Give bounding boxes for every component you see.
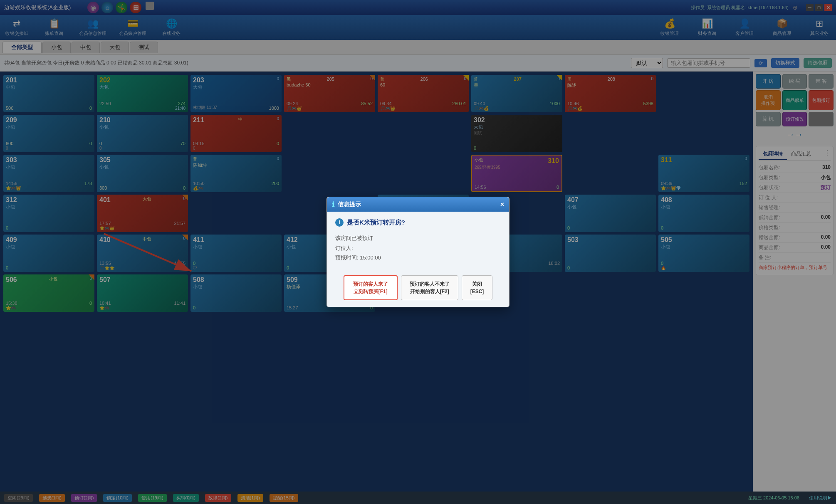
modal-question-row: i 是否K米预订转开房? — [335, 218, 501, 227]
modal-detail-1: 该房间已被预订 订位人: 预抵时间: 15:00:00 — [335, 232, 501, 264]
modal-btn-close[interactable]: 关闭[ESC] — [462, 275, 493, 300]
modal-btn-checkin[interactable]: 预订的客人来了立刻转预买[F1] — [344, 275, 398, 300]
modal-body: i 是否K米预订转开房? 该房间已被预订 订位人: 预抵时间: 15:00:00 — [327, 212, 509, 271]
modal-btn-other-guest[interactable]: 预订的客人不来了开给别的客人[F2] — [401, 275, 458, 300]
modal-dialog: ℹ 信息提示 × i 是否K米预订转开房? 该房间已被预订 订位人: 预抵时间:… — [326, 197, 510, 307]
modal-question: 是否K米预订转开房? — [347, 219, 405, 227]
modal-overlay: ℹ 信息提示 × i 是否K米预订转开房? 该房间已被预订 订位人: 预抵时间:… — [0, 0, 836, 504]
modal-detail-text-3: 预抵时间: 15:00:00 — [335, 253, 501, 262]
modal-info-icon: i — [335, 218, 344, 227]
modal-title: 信息提示 — [338, 201, 361, 208]
modal-info-symbol: ℹ — [332, 200, 334, 208]
modal-header: ℹ 信息提示 × — [327, 197, 509, 212]
modal-close-button[interactable]: × — [500, 201, 504, 208]
modal-detail-text-1: 该房间已被预订 — [335, 233, 501, 243]
modal-footer: 预订的客人来了立刻转预买[F1] 预订的客人不来了开给别的客人[F2] 关闭[E… — [327, 271, 509, 307]
modal-detail-text-2: 订位人: — [335, 243, 501, 253]
